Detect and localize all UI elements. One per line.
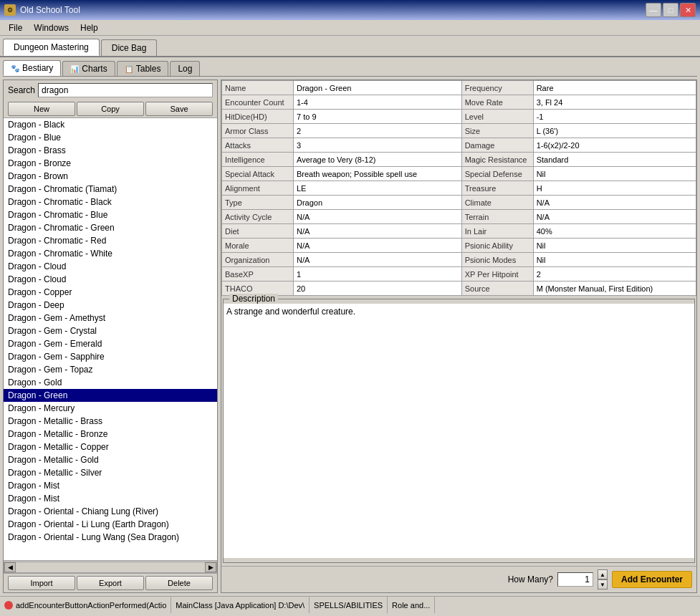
list-item[interactable]: Dragon - Cloud <box>4 273 217 286</box>
tab-bestiary[interactable]: 🐾 Bestiary <box>3 60 61 76</box>
in-lair-value: 40% <box>533 224 696 239</box>
description-textarea[interactable] <box>224 304 694 558</box>
xp-per-hitpoint-label: XP Per Hitpoint <box>461 267 533 281</box>
import-button[interactable]: Import <box>8 576 75 590</box>
status-segment-3: SPELLS/ABILITIES <box>310 597 388 613</box>
list-item[interactable]: Dragon - Copper <box>4 286 217 299</box>
search-label: Search <box>8 85 35 95</box>
psionic-ability-label: Psionic Ability <box>461 239 533 253</box>
table-row: Organization N/A Psionic Modes Nil <box>222 253 696 267</box>
table-row: Special Attack Breath weapon; Possible s… <box>222 167 696 181</box>
list-item[interactable]: Dragon - Deep <box>4 299 217 312</box>
list-item[interactable]: Dragon - Chromatic - Green <box>4 221 217 234</box>
special-defense-value: Nil <box>533 167 696 181</box>
move-rate-label: Move Rate <box>461 95 533 110</box>
psionic-modes-value: Nil <box>533 253 696 267</box>
list-item[interactable]: Dragon - Gem - Crystal <box>4 324 217 337</box>
size-label: Size <box>461 124 533 138</box>
minimize-button[interactable]: — <box>646 3 661 17</box>
thaco-value: 20 <box>294 281 462 296</box>
search-row: Search <box>4 80 217 100</box>
list-item[interactable]: Dragon - Black <box>4 118 217 131</box>
list-item[interactable]: Dragon - Chromatic - Black <box>4 196 217 208</box>
delete-button[interactable]: Delete <box>145 576 213 590</box>
tab-tables-label: Tables <box>136 64 161 74</box>
armor-class-value: 2 <box>294 124 462 138</box>
main-area: 🐾 Bestiary 📊 Charts 📋 Tables Log Search … <box>0 57 700 596</box>
list-item[interactable]: Dragon - Oriental - Lung Wang (Sea Drago… <box>4 531 217 544</box>
size-value: L (36') <box>533 124 696 138</box>
content-panel: Search New Copy Save Dragon - BlackDrago… <box>3 80 697 593</box>
list-item[interactable]: Dragon - Brown <box>4 170 217 183</box>
list-item[interactable]: Dragon - Mercury <box>4 402 217 415</box>
climate-value: N/A <box>533 196 696 210</box>
morale-label: Morale <box>222 239 294 253</box>
table-row: Activity Cycle N/A Terrain N/A <box>222 210 696 224</box>
add-encounter-button[interactable]: Add Encounter <box>612 571 692 588</box>
tab-charts[interactable]: 📊 Charts <box>62 61 115 76</box>
list-item[interactable]: Dragon - Metallic - Copper <box>4 441 217 453</box>
menu-windows[interactable]: Windows <box>28 21 75 34</box>
status-segment-4: Role and... <box>388 597 435 613</box>
tab-log-label: Log <box>178 64 192 74</box>
list-item[interactable]: Dragon - Mist <box>4 492 217 505</box>
list-item[interactable]: Dragon - Oriental - Li Lung (Earth Drago… <box>4 518 217 531</box>
close-button[interactable]: ✕ <box>680 3 696 17</box>
save-button[interactable]: Save <box>145 102 213 116</box>
menu-file[interactable]: File <box>3 21 28 34</box>
tab-dice-bag[interactable]: Dice Bag <box>101 39 158 56</box>
hit-dice-label: HitDice(HD) <box>222 110 294 124</box>
armor-class-label: Armor Class <box>222 124 294 138</box>
list-item[interactable]: Dragon - Chromatic - Blue <box>4 208 217 221</box>
list-item[interactable]: Dragon - Brass <box>4 144 217 157</box>
maximize-button[interactable]: □ <box>663 3 679 17</box>
left-panel: Search New Copy Save Dragon - BlackDrago… <box>3 80 218 593</box>
how-many-input[interactable] <box>557 572 593 587</box>
copy-button[interactable]: Copy <box>77 102 144 116</box>
list-item[interactable]: Dragon - Gem - Sapphire <box>4 350 217 363</box>
list-item[interactable]: Dragon - Bronze <box>4 157 217 170</box>
attacks-value: 3 <box>294 138 462 153</box>
list-item[interactable]: Dragon - Chromatic - White <box>4 247 217 260</box>
horizontal-scrollbar[interactable]: ◀ ▶ <box>4 560 217 573</box>
table-row: Alignment LE Treasure H <box>222 181 696 196</box>
export-button[interactable]: Export <box>77 576 144 590</box>
list-item[interactable]: Dragon - Oriental - Chiang Lung (River) <box>4 505 217 518</box>
list-item[interactable]: Dragon - Chromatic - Red <box>4 234 217 247</box>
title-bar-buttons: — □ ✕ <box>646 3 696 17</box>
list-item[interactable]: Dragon - Metallic - Bronze <box>4 428 217 441</box>
list-item[interactable]: Dragon - Cloud <box>4 260 217 273</box>
tab-dungeon-mastering[interactable]: Dungeon Mastering <box>3 39 100 56</box>
terrain-value: N/A <box>533 210 696 224</box>
table-row: Intelligence Average to Very (8-12) Magi… <box>222 153 696 167</box>
attacks-label: Attacks <box>222 138 294 153</box>
menu-help[interactable]: Help <box>75 21 104 34</box>
list-item[interactable]: Dragon - Gem - Amethyst <box>4 312 217 324</box>
charts-icon: 📊 <box>70 65 79 73</box>
search-input[interactable] <box>38 83 213 97</box>
list-item[interactable]: Dragon - Mist <box>4 479 217 492</box>
tab-log[interactable]: Log <box>170 61 200 76</box>
table-row: Name Dragon - Green Frequency Rare <box>222 81 696 95</box>
climate-label: Climate <box>461 196 533 210</box>
spinner-up[interactable]: ▲ <box>598 569 608 579</box>
list-item[interactable]: Dragon - Blue <box>4 131 217 144</box>
list-item[interactable]: Dragon - Gold <box>4 376 217 389</box>
list-item[interactable]: Dragon - Metallic - Brass <box>4 415 217 428</box>
new-button[interactable]: New <box>8 102 75 116</box>
name-label: Name <box>222 81 294 95</box>
tab-tables[interactable]: 📋 Tables <box>117 61 169 76</box>
activity-cycle-value: N/A <box>294 210 462 224</box>
list-item[interactable]: Dragon - Metallic - Silver <box>4 466 217 479</box>
spinner-down[interactable]: ▼ <box>598 579 608 589</box>
list-item[interactable]: Dragon - Gem - Emerald <box>4 337 217 350</box>
creature-list[interactable]: Dragon - BlackDragon - BlueDragon - Bras… <box>4 117 217 560</box>
list-item[interactable]: Dragon - Gem - Topaz <box>4 363 217 376</box>
list-item[interactable]: Dragon - Metallic - Gold <box>4 453 217 466</box>
window-title: Old School Tool <box>20 5 80 15</box>
magic-resistance-label: Magic Resistance <box>461 153 533 167</box>
list-item[interactable]: Dragon - Chromatic (Tiamat) <box>4 183 217 196</box>
list-item[interactable]: Dragon - Green <box>4 389 217 402</box>
damage-label: Damage <box>461 138 533 153</box>
special-defense-label: Special Defense <box>461 167 533 181</box>
